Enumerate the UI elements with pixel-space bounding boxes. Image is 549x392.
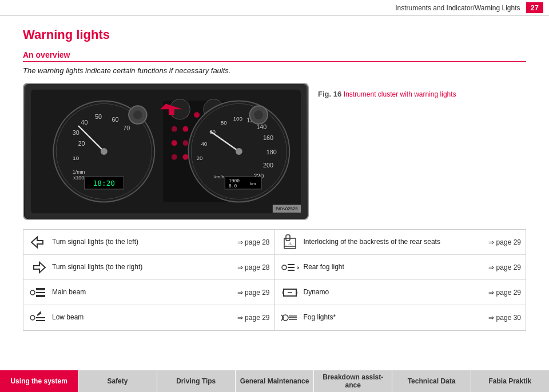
instrument-cluster-image: 20 30 40 50 60 70 10 1/min x100 18:20 xyxy=(23,83,309,220)
warning-desc: Turn signal lights (to the left) xyxy=(49,238,237,247)
svg-rect-92 xyxy=(296,291,297,294)
low-beam-icon xyxy=(28,311,49,324)
svg-text:180: 180 xyxy=(266,149,277,155)
page-number: 27 xyxy=(526,2,543,13)
warning-page-ref: ⇒ page 30 xyxy=(488,314,521,322)
svg-text:20: 20 xyxy=(78,140,85,147)
warning-page-ref: ⇒ page 29 xyxy=(237,289,270,297)
warning-row: Dynamo ⇒ page 29 xyxy=(275,280,526,305)
figure-container: 20 30 40 50 60 70 10 1/min x100 18:20 xyxy=(23,83,526,220)
fog-light-icon xyxy=(280,311,300,324)
svg-text:60: 60 xyxy=(112,116,118,123)
section-subtitle: An overview xyxy=(23,50,526,62)
backrest-lock-icon: ⚠ xyxy=(280,234,300,251)
svg-text:80: 80 xyxy=(221,119,227,126)
svg-text:70: 70 xyxy=(123,125,130,131)
warning-desc: Turn signal lights (to the right) xyxy=(49,263,237,272)
svg-marker-69 xyxy=(34,262,45,273)
warning-row: Turn signal lights (to the right) ⇒ page… xyxy=(23,255,274,280)
main-content: Warning lights An overview The warning l… xyxy=(0,16,549,337)
svg-text:✕: ✕ xyxy=(296,265,299,271)
warning-row: Low beam ⇒ page 29 xyxy=(23,305,274,330)
svg-point-34 xyxy=(183,154,189,160)
warning-desc: Main beam xyxy=(49,288,237,297)
tab-safety[interactable]: Safety xyxy=(78,370,157,392)
svg-text:⚠: ⚠ xyxy=(288,242,292,246)
svg-text:1900: 1900 xyxy=(229,178,240,183)
warnings-column-left: Turn signal lights (to the left) ⇒ page … xyxy=(23,229,275,331)
tab-general-maintenance[interactable]: General Maintenance xyxy=(236,370,314,392)
turn-left-icon xyxy=(28,236,49,249)
warning-row: ⚠ Interlocking of the backrests of the r… xyxy=(275,230,526,255)
svg-text:30: 30 xyxy=(73,129,79,136)
dynamo-icon xyxy=(280,286,300,299)
warnings-table: Turn signal lights (to the left) ⇒ page … xyxy=(23,229,526,331)
warning-row: Turn signal lights (to the left) ⇒ page … xyxy=(23,230,274,255)
svg-rect-91 xyxy=(283,291,284,294)
main-beam-icon xyxy=(28,286,49,299)
svg-text:18:20: 18:20 xyxy=(93,179,115,187)
svg-point-65 xyxy=(133,110,142,119)
svg-text:B6Y-02525: B6Y-02525 xyxy=(276,206,298,211)
svg-text:8.0: 8.0 xyxy=(229,183,237,189)
svg-text:200: 200 xyxy=(263,162,273,169)
svg-text:100: 100 xyxy=(233,115,243,122)
header-title: Instruments and Indicator/Warning Lights xyxy=(395,4,520,12)
warning-page-ref: ⇒ page 28 xyxy=(237,263,270,271)
warning-desc: Fog lights* xyxy=(300,313,489,322)
warning-row: Main beam ⇒ page 29 xyxy=(23,280,274,305)
svg-point-24 xyxy=(183,126,189,132)
svg-text:km/h: km/h xyxy=(214,174,224,179)
figure-caption-label: Fig. 16 xyxy=(318,90,341,98)
svg-point-28 xyxy=(172,140,177,146)
svg-rect-82 xyxy=(286,235,290,241)
svg-point-57 xyxy=(236,148,242,155)
warning-row: Fog lights* ⇒ page 30 xyxy=(275,305,526,330)
turn-right-icon xyxy=(28,261,49,274)
svg-point-70 xyxy=(30,290,35,295)
svg-point-63 xyxy=(254,110,263,119)
svg-text:1/min: 1/min xyxy=(73,169,85,175)
svg-text:10: 10 xyxy=(73,155,79,161)
bottom-nav: Using the system Safety Driving Tips Gen… xyxy=(0,370,549,392)
page-header: Instruments and Indicator/Warning Lights… xyxy=(0,0,549,16)
svg-text:km: km xyxy=(250,181,256,186)
svg-text:160: 160 xyxy=(263,134,273,141)
svg-point-14 xyxy=(101,148,108,155)
warning-page-ref: ⇒ page 28 xyxy=(237,238,270,246)
warning-desc: Interlocking of the backrests of the rea… xyxy=(300,238,489,247)
svg-text:20: 20 xyxy=(197,155,203,161)
tab-technical-data[interactable]: Technical Data xyxy=(392,370,471,392)
svg-marker-68 xyxy=(31,237,43,247)
svg-point-33 xyxy=(172,154,177,160)
warning-desc: Dynamo xyxy=(300,288,489,297)
figure-caption-area: Fig. 16 Instrument cluster with warning … xyxy=(318,83,456,220)
warning-page-ref: ⇒ page 29 xyxy=(237,314,270,322)
svg-text:50: 50 xyxy=(95,113,102,120)
svg-point-85 xyxy=(282,265,287,270)
tab-fabia-praktik[interactable]: Fabia Praktik xyxy=(471,370,549,392)
svg-text:40: 40 xyxy=(81,119,87,126)
warning-page-ref: ⇒ page 29 xyxy=(488,289,521,297)
tab-driving-tips[interactable]: Driving Tips xyxy=(157,370,236,392)
svg-point-20 xyxy=(194,112,200,118)
svg-text:x100: x100 xyxy=(73,175,84,181)
svg-point-76 xyxy=(30,315,35,320)
warning-row: ✕ Rear fog light ⇒ page 29 xyxy=(275,255,526,280)
tab-using-the-system[interactable]: Using the system xyxy=(0,370,78,392)
warning-page-ref: ⇒ page 29 xyxy=(488,263,521,271)
svg-point-29 xyxy=(183,140,189,146)
intro-text: The warning lights indicate certain func… xyxy=(23,66,526,75)
page-title: Warning lights xyxy=(23,27,526,42)
svg-point-23 xyxy=(172,126,177,132)
rear-fog-icon: ✕ xyxy=(280,261,300,274)
svg-text:40: 40 xyxy=(201,141,207,147)
warnings-column-right: ⚠ Interlocking of the backrests of the r… xyxy=(275,229,527,331)
tab-breakdown-assistance[interactable]: Breakdown assist-ance xyxy=(314,370,392,392)
warning-desc: Low beam xyxy=(49,313,237,322)
warning-page-ref: ⇒ page 29 xyxy=(488,238,521,246)
figure-caption-text: Instrument cluster with warning lights xyxy=(344,90,456,98)
warning-desc: Rear fog light xyxy=(300,263,489,272)
